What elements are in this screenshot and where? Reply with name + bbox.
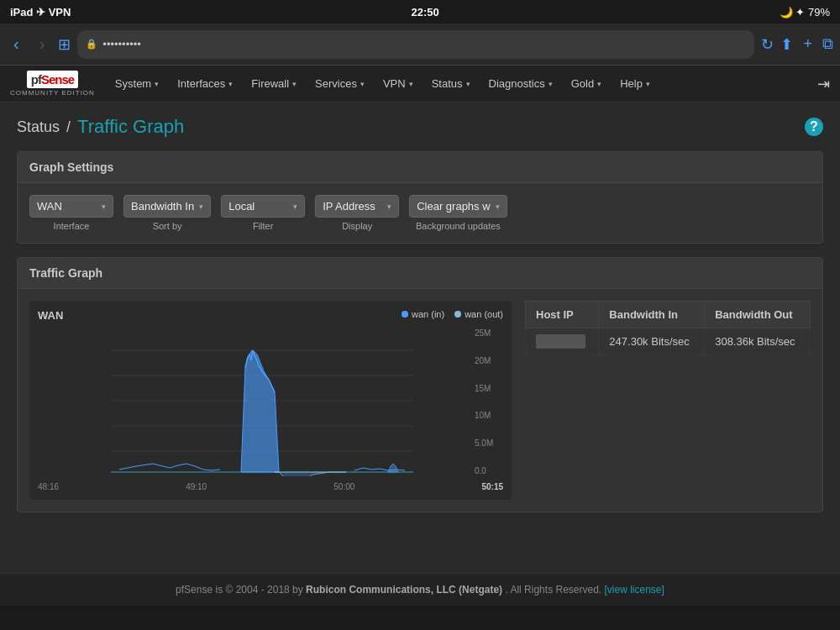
tabs-icon[interactable]: ⧉ <box>822 35 833 53</box>
logo-sense: Sense <box>41 72 74 87</box>
interface-group: WAN ▾ Interface <box>29 195 113 231</box>
nav-status[interactable]: Status ▾ <box>423 72 479 95</box>
traffic-chart-svg <box>38 325 503 476</box>
display-label: Display <box>315 221 399 231</box>
settings-row: WAN ▾ Interface Bandwidth In ▾ Sort by L… <box>29 195 811 231</box>
ipad-label: iPad ✈ VPN <box>10 6 71 18</box>
nav-status-caret: ▾ <box>466 80 470 88</box>
back-button[interactable]: ‹ <box>7 31 26 57</box>
help-icon[interactable]: ? <box>805 118 823 136</box>
url-text: •••••••••• <box>102 38 141 50</box>
breadcrumb-status: Status <box>17 118 60 136</box>
traffic-graph-panel: Traffic Graph WAN wan (in) wan (out) <box>17 257 823 512</box>
x-label-current: 50:15 <box>481 482 503 491</box>
logout-button[interactable]: ⇥ <box>817 75 830 93</box>
nav-vpn[interactable]: VPN ▾ <box>375 72 422 95</box>
y-label-20m: 20M <box>475 356 503 365</box>
nav-vpn-label: VPN <box>383 77 406 90</box>
nav-services-caret: ▾ <box>360 80 365 88</box>
logo-edition: COMMUNITY EDITION <box>10 89 95 97</box>
lock-icon: 🔒 <box>86 39 97 50</box>
nav-system[interactable]: System ▾ <box>107 72 167 95</box>
nav-system-label: System <box>115 77 151 90</box>
nav-firewall-label: Firewall <box>251 77 289 90</box>
nav-gold[interactable]: Gold ▾ <box>563 72 610 95</box>
filter-caret: ▾ <box>293 202 297 211</box>
col-host-ip: Host IP <box>526 302 599 328</box>
legend-out-label: wan (out) <box>465 309 503 319</box>
interface-value: WAN <box>37 200 62 213</box>
svg-marker-8 <box>275 472 346 476</box>
legend-dot-in <box>402 311 408 318</box>
x-label-3: 50:00 <box>333 482 354 491</box>
sortby-group: Bandwidth In ▾ Sort by <box>123 195 211 231</box>
filter-value: Local <box>228 200 255 213</box>
status-right: 🌙 ✦ 79% <box>780 6 830 18</box>
nav-vpn-caret: ▾ <box>409 80 413 88</box>
svg-marker-9 <box>388 464 398 472</box>
add-tab-icon[interactable]: + <box>803 35 812 53</box>
ios-statusbar: iPad ✈ VPN 22:50 🌙 ✦ 79% <box>0 0 840 24</box>
footer-text3: . All Rights Reserved. <box>505 584 601 596</box>
bandwidth-table: Host IP Bandwidth In Bandwidth Out redac… <box>525 301 811 500</box>
col-bandwidth-out: Bandwidth Out <box>705 302 811 328</box>
sortby-select[interactable]: Bandwidth In ▾ <box>123 195 211 218</box>
nav-help[interactable]: Help ▾ <box>612 72 659 95</box>
bookmarks-button[interactable]: ⊞ <box>58 35 71 54</box>
table-row: redacted 247.30k Bits/sec 308.36k Bits/s… <box>526 328 811 355</box>
pfsense-logo: pfSense COMMUNITY EDITION <box>10 71 95 97</box>
y-label-0: 0.0 <box>475 466 503 475</box>
status-time: 22:50 <box>411 6 438 18</box>
y-label-25m: 25M <box>475 328 503 338</box>
page-title: Traffic Graph <box>77 116 184 138</box>
share-icon[interactable]: ⬆ <box>780 35 793 54</box>
display-select[interactable]: IP Address ▾ <box>315 195 399 218</box>
legend-in: wan (in) <box>402 309 444 319</box>
display-group: IP Address ▾ Display <box>315 195 399 231</box>
status-left: iPad ✈ VPN <box>10 6 71 18</box>
sortby-value: Bandwidth In <box>131 200 194 213</box>
sortby-label: Sort by <box>123 221 211 231</box>
graph-settings-panel: Graph Settings WAN ▾ Interface Bandwidth… <box>17 151 823 244</box>
background-select[interactable]: Clear graphs w ▾ <box>409 195 507 218</box>
graph-settings-header: Graph Settings <box>18 152 822 183</box>
background-label: Background updates <box>409 221 507 231</box>
footer-pfsense: pfSense <box>176 584 213 596</box>
y-label-5m: 5.0M <box>475 438 503 448</box>
nav-interfaces-caret: ▾ <box>228 80 233 88</box>
logo-box: pfSense <box>27 71 78 88</box>
forward-button[interactable]: › <box>33 31 52 57</box>
interface-caret: ▾ <box>102 202 106 211</box>
breadcrumb-separator: / <box>66 118 71 136</box>
traffic-graph-header: Traffic Graph <box>18 258 822 289</box>
graph-interface-name: WAN <box>38 309 63 322</box>
sortby-caret: ▾ <box>199 202 203 211</box>
filter-label: Filter <box>221 221 305 231</box>
cell-host-ip: redacted <box>526 328 599 355</box>
reload-button[interactable]: ↻ <box>761 35 774 54</box>
footer-company: Rubicon Communications, LLC (Netgate) <box>306 584 502 596</box>
nav-services[interactable]: Services ▾ <box>307 72 373 95</box>
nav-interfaces[interactable]: Interfaces ▾ <box>169 72 241 95</box>
y-label-15m: 15M <box>475 384 503 393</box>
nav-firewall-caret: ▾ <box>292 80 297 88</box>
filter-select[interactable]: Local ▾ <box>221 195 305 218</box>
interface-select[interactable]: WAN ▾ <box>29 195 113 218</box>
view-license-link[interactable]: [view license] <box>605 584 664 596</box>
footer-text2: is © 2004 - 2018 by <box>216 584 303 596</box>
col-bandwidth-in: Bandwidth In <box>599 302 705 328</box>
legend-dot-out <box>454 311 461 318</box>
legend-out: wan (out) <box>454 309 503 319</box>
logo-pf: pf <box>31 72 41 87</box>
browser-actions: ⬆ + ⧉ <box>780 35 833 54</box>
cell-bw-out: 308.36k Bits/sec <box>705 328 811 355</box>
background-group: Clear graphs w ▾ Background updates <box>409 195 507 231</box>
nav-gold-label: Gold <box>571 77 594 90</box>
graph-legend: wan (in) wan (out) <box>402 309 503 319</box>
nav-diagnostics[interactable]: Diagnostics ▾ <box>480 72 561 95</box>
url-bar[interactable]: 🔒 •••••••••• <box>77 30 754 59</box>
x-axis-labels: 48:16 49:10 50:00 50:15 <box>38 482 503 491</box>
y-axis-labels: 25M 20M 15M 10M 5.0M 0.0 <box>471 325 503 479</box>
nav-gold-caret: ▾ <box>597 80 601 88</box>
nav-firewall[interactable]: Firewall ▾ <box>243 72 305 95</box>
